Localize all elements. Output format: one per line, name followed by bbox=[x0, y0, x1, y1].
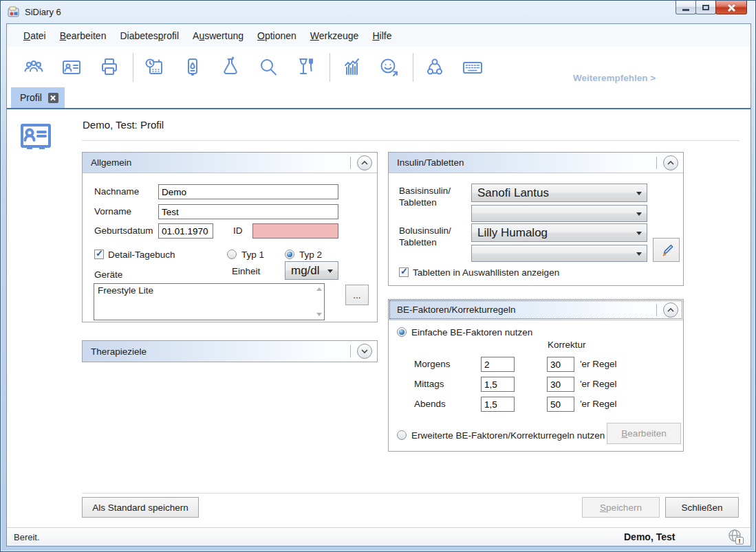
bolusinsulin-select-2[interactable] bbox=[471, 245, 647, 262]
geraete-more-button[interactable]: ... bbox=[345, 285, 369, 305]
client-area: Datei Bearbeiten Diabetesprofil Auswertu… bbox=[6, 23, 751, 547]
tabletten-anzeigen-label: Tabletten in Auswahllisten anzeigen bbox=[413, 267, 559, 278]
abends-regel-suffix: 'er Regel bbox=[580, 399, 617, 409]
profil-page: Demo, Test: Profil Allgemein Nachname Vo… bbox=[7, 109, 750, 529]
app-window: SiDiary 6 Datei Bearbeiten Diabetesprofi… bbox=[0, 0, 756, 552]
einheit-value: mg/dl bbox=[291, 264, 320, 278]
collapse-button[interactable] bbox=[663, 155, 678, 170]
erweiterte-be-radio[interactable] bbox=[397, 430, 407, 440]
diary-calendar-icon[interactable] bbox=[140, 53, 169, 82]
morgens-korrektur-input[interactable] bbox=[547, 357, 574, 372]
tab-close-icon[interactable] bbox=[48, 93, 58, 103]
menu-auswertung[interactable]: Auswertung bbox=[186, 27, 250, 45]
einfache-be-label: Einfache BE-Faktoren nutzen bbox=[411, 327, 532, 338]
bolusinsulin-label-line2: Tabletten bbox=[399, 237, 437, 247]
scroll-up-icon[interactable] bbox=[316, 287, 322, 291]
profile-card-icon[interactable] bbox=[57, 53, 86, 82]
morgens-regel-suffix: 'er Regel bbox=[580, 359, 617, 369]
window-title: SiDiary 6 bbox=[25, 7, 61, 17]
geburtsdatum-input[interactable] bbox=[158, 223, 213, 239]
id-input[interactable] bbox=[252, 223, 338, 239]
tab-profil-label: Profil bbox=[20, 92, 42, 103]
geraete-value: Freestyle Lite bbox=[98, 285, 153, 296]
chevron-up-icon bbox=[667, 161, 674, 165]
print-icon[interactable] bbox=[95, 53, 124, 82]
geraete-label: Geräte bbox=[94, 269, 122, 280]
mittags-faktor-input[interactable] bbox=[481, 377, 515, 392]
mittags-korrektur-input[interactable] bbox=[547, 377, 574, 392]
typ1-label: Typ 1 bbox=[241, 250, 264, 260]
bolusinsulin-select-1[interactable]: Lilly Humalog bbox=[471, 223, 647, 242]
toolbar-separator bbox=[413, 53, 413, 82]
tabletten-anzeigen-checkbox[interactable] bbox=[399, 267, 409, 277]
statistics-icon[interactable] bbox=[337, 53, 366, 82]
app-icon bbox=[8, 6, 20, 17]
patients-icon[interactable] bbox=[19, 53, 48, 82]
vorname-input[interactable] bbox=[158, 204, 338, 219]
speichern-button[interactable]: Speichern bbox=[582, 497, 660, 518]
dropdown-arrow-icon bbox=[636, 232, 642, 235]
einheit-select[interactable]: mg/dl bbox=[285, 261, 338, 280]
header-separator bbox=[350, 345, 351, 357]
tab-profil[interactable]: Profil bbox=[11, 87, 65, 108]
chevron-up-icon bbox=[667, 308, 674, 312]
panel-be-faktoren-title: BE-Faktoren/Korrekturregeln bbox=[397, 305, 516, 315]
geraete-textarea[interactable]: Freestyle Lite bbox=[94, 283, 325, 320]
id-label: ID bbox=[233, 225, 243, 236]
nutrition-icon[interactable] bbox=[292, 53, 321, 82]
nachname-input[interactable] bbox=[158, 184, 338, 199]
toolbar-separator bbox=[330, 53, 330, 82]
menu-datei[interactable]: Datei bbox=[17, 27, 53, 45]
collapse-button[interactable] bbox=[357, 155, 372, 170]
search-icon[interactable] bbox=[254, 53, 283, 82]
korrektur-label: Korrektur bbox=[548, 340, 586, 350]
panel-therapieziele-title: Therapieziele bbox=[91, 346, 147, 357]
lab-values-icon[interactable] bbox=[216, 53, 245, 82]
scroll-down-icon[interactable] bbox=[316, 313, 322, 316]
keyboard-icon[interactable] bbox=[458, 53, 487, 82]
abends-korrektur-input[interactable] bbox=[547, 397, 574, 412]
abends-label: Abends bbox=[414, 399, 446, 409]
menu-werkzeuge[interactable]: Werkzeuge bbox=[303, 27, 366, 45]
detail-tagebuch-checkbox[interactable] bbox=[94, 250, 104, 259]
mittags-regel-suffix: 'er Regel bbox=[580, 379, 617, 389]
basisinsulin-select-2[interactable] bbox=[471, 205, 647, 222]
als-standard-speichern-button[interactable]: Als Standard speichern bbox=[82, 497, 199, 518]
close-button[interactable] bbox=[715, 1, 747, 14]
panel-insulin: Insulin/Tabletten Basisinsulin/ Tablette… bbox=[388, 152, 684, 286]
panel-therapieziele: Therapieziele bbox=[82, 340, 378, 362]
recommend-link[interactable]: Weiterempfehlen > bbox=[573, 73, 656, 83]
panel-allgemein-title: Allgemein bbox=[91, 157, 131, 168]
dropdown-arrow-icon bbox=[636, 192, 642, 195]
insulin-wizard-button[interactable] bbox=[653, 238, 680, 262]
schliessen-button[interactable]: Schließen bbox=[665, 497, 739, 518]
einfache-be-radio[interactable] bbox=[397, 327, 407, 337]
minimize-button[interactable] bbox=[676, 1, 696, 14]
bearbeiten-button[interactable]: Bearbeiten bbox=[607, 423, 681, 444]
window-controls bbox=[676, 1, 747, 14]
geburtsdatum-label: Geburtsdatum bbox=[94, 225, 153, 236]
title-divider bbox=[82, 140, 739, 141]
menu-hilfe[interactable]: Hilfe bbox=[365, 27, 398, 45]
toolbar-separator bbox=[133, 53, 133, 82]
typ2-radio[interactable] bbox=[285, 250, 294, 259]
footer-divider bbox=[82, 493, 739, 494]
einheit-label: Einheit bbox=[232, 266, 260, 276]
maximize-button[interactable] bbox=[695, 1, 716, 14]
basisinsulin-select-1[interactable]: Sanofi Lantus bbox=[471, 184, 647, 202]
expand-button[interactable] bbox=[357, 344, 372, 359]
menu-bearbeiten[interactable]: Bearbeiten bbox=[53, 27, 114, 45]
mittags-label: Mittags bbox=[414, 379, 444, 389]
share-icon[interactable] bbox=[420, 53, 449, 82]
glucose-meter-icon[interactable] bbox=[178, 53, 207, 82]
collapse-button[interactable] bbox=[663, 302, 678, 318]
menu-diabetesprofil[interactable]: Diabetesprofil bbox=[113, 27, 186, 45]
morgens-faktor-input[interactable] bbox=[481, 357, 515, 372]
typ1-radio[interactable] bbox=[227, 250, 237, 259]
detail-tagebuch-label: Detail-Tagebuch bbox=[108, 250, 175, 260]
wellbeing-icon[interactable] bbox=[375, 53, 404, 82]
panel-insulin-header: Insulin/Tabletten bbox=[389, 153, 683, 173]
menu-optionen[interactable]: Optionen bbox=[250, 27, 303, 45]
abends-faktor-input[interactable] bbox=[481, 397, 515, 412]
basisinsulin-label-line2: Tabletten bbox=[399, 197, 437, 208]
